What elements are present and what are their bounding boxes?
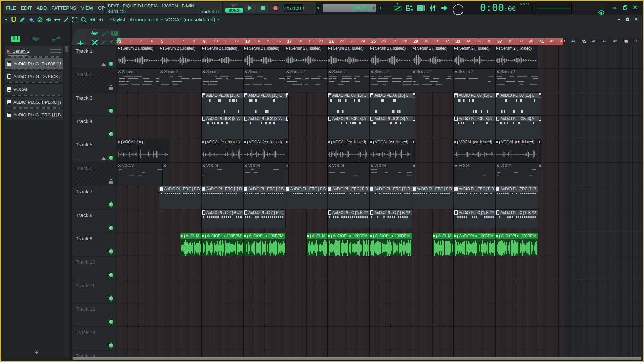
playlist-minimize-button[interactable] xyxy=(617,17,621,21)
track-options[interactable]: ... xyxy=(76,344,81,348)
clip-green-track9[interactable]: AuDi..M xyxy=(180,233,202,256)
tool-slip-icon[interactable] xyxy=(54,17,61,23)
clip-audio-track5[interactable] xyxy=(285,139,288,162)
tool-preview-icon[interactable] xyxy=(89,17,96,23)
menu-item-add[interactable]: ADD xyxy=(37,5,47,11)
track-header-13[interactable]: Track 13... xyxy=(72,327,116,350)
clip-pattern-track7[interactable]: AuDiO PL..ERC [1] B xyxy=(328,186,370,209)
track-options[interactable]: ... xyxy=(76,179,81,184)
clip-pattern-track7[interactable]: AuDiO PL..ERC [1] B xyxy=(370,186,412,209)
clip-muted-track2[interactable]: ×Serum 2 xyxy=(117,69,159,92)
clip-audio-track1[interactable]: Serum 2 (..lidated) xyxy=(496,46,538,68)
clip-pattern-track3[interactable]: AuDiO PL..08 [15] C xyxy=(202,93,244,115)
tool-magnet-icon[interactable] xyxy=(10,17,17,23)
clip-pattern-track3[interactable] xyxy=(412,93,415,115)
clip-green-track9[interactable]: AuDiOPLu..130BPM xyxy=(454,233,496,256)
track-led[interactable] xyxy=(109,156,113,160)
pattern-selector[interactable]: Serum 2 ▲▼ xyxy=(323,4,376,12)
track-collapse-icon[interactable] xyxy=(102,63,106,66)
clip-muted-track2[interactable]: ×Serum 2 xyxy=(370,69,412,92)
clip-pattern-track4[interactable]: AuDiO PL..ICK [3] A xyxy=(244,116,285,139)
timeline-ruler[interactable]: 1234567891011121314151617181920212223242… xyxy=(117,38,642,45)
cut-tool-icon[interactable] xyxy=(91,39,98,44)
clip-muted-track2[interactable]: ×Serum 2 xyxy=(159,69,201,92)
track-options[interactable]: ... xyxy=(76,273,81,278)
clip-audio-track5[interactable]: VOCAL (co..lidated) xyxy=(496,139,538,162)
track-options[interactable]: ... xyxy=(76,320,81,325)
clip-pattern-track8[interactable]: AuDiO PL..C [1] B #2 xyxy=(370,210,412,228)
clip-pattern-track4[interactable]: AuDiO PL..ICK [3] A xyxy=(496,116,538,139)
tool-draw-icon[interactable] xyxy=(19,17,26,23)
picker-item-2[interactable]: AuDiO PLuG..Ds 808 [15] C xyxy=(5,58,63,69)
track-header-3[interactable]: Track 3... xyxy=(72,93,116,115)
track-options[interactable]: ... xyxy=(76,85,81,90)
clip-green-track9[interactable]: AuDiOPLu..130BPM xyxy=(244,233,285,256)
clip-muted-track2[interactable]: ×Serum 2 xyxy=(285,69,327,92)
clip-audio-track1[interactable]: Serum 2 (..lidated) xyxy=(202,46,244,68)
track-header-7[interactable]: Track 7... xyxy=(72,186,116,209)
clip-audio-track5[interactable]: VOCAL (co..lidated) xyxy=(370,139,412,162)
track-header-9[interactable]: Track 9... xyxy=(72,233,116,256)
picker-automation-tab[interactable] xyxy=(51,36,61,42)
clip-muted-track2[interactable]: ×Serum 2 xyxy=(454,69,496,92)
menu-item-patterns[interactable]: PATTERNS xyxy=(51,5,76,11)
track-options[interactable]: ... xyxy=(76,203,81,207)
clip-pattern-track7[interactable]: AuDiO PL..ERC [1] B xyxy=(285,186,327,209)
clip-green-track9[interactable]: AuDiOPLu..130BPM xyxy=(202,233,244,256)
add-track-button[interactable] xyxy=(77,40,84,45)
clip-muted-track6[interactable]: ×VOCAL xyxy=(117,163,163,186)
menu-item-file[interactable]: FILE xyxy=(6,5,16,11)
clip-muted-track6[interactable]: × xyxy=(285,163,288,186)
clip-pattern-track3[interactable] xyxy=(285,93,288,115)
track-header-12[interactable]: Track 12... xyxy=(72,304,116,326)
track-header-5[interactable]: Track 5... xyxy=(72,139,116,162)
tool-delete-icon[interactable] xyxy=(36,17,44,23)
track-options[interactable]: ... xyxy=(76,297,81,301)
pat-song-switch[interactable]: PAT SONG xyxy=(225,4,243,13)
track-led[interactable] xyxy=(109,296,113,301)
track-lock-icon[interactable] xyxy=(109,87,113,90)
clip-audio-track5[interactable] xyxy=(139,139,169,162)
clip-green-track9[interactable]: AuDi..M xyxy=(307,233,328,256)
track-led[interactable] xyxy=(109,202,113,207)
clip-muted-track6[interactable]: ×VOCAL xyxy=(244,163,285,186)
clip-muted-track6[interactable]: × xyxy=(163,163,169,186)
clip-pattern-track3[interactable]: AuDiO PL..08 [15] C xyxy=(496,93,538,115)
clip-audio-track1[interactable]: Serum 2 (..lidated) xyxy=(244,46,285,68)
picker-item-6[interactable]: AuDiO PLuG..ERC [1] B #2 xyxy=(5,109,63,120)
tool-paint-icon[interactable] xyxy=(28,17,35,23)
tool-speaker-icon[interactable] xyxy=(97,17,105,23)
playlist-view-icon[interactable]: ▼ xyxy=(394,4,401,12)
picker-scrollbar[interactable] xyxy=(64,45,69,357)
tempo-spinner[interactable]: ▲▼ xyxy=(302,6,304,10)
track-led[interactable] xyxy=(109,320,113,324)
minimize-button[interactable] xyxy=(612,5,617,10)
clip-green-track9[interactable]: AuDiOPLu..130BPM xyxy=(496,233,538,256)
playlist-close-button[interactable] xyxy=(635,17,638,21)
track-led[interactable] xyxy=(109,132,113,136)
clip-audio-track1[interactable]: Serum 2 (..lidated) xyxy=(412,46,454,68)
track-led[interactable] xyxy=(109,343,113,348)
track-led[interactable] xyxy=(109,226,113,230)
slope-tool-icon[interactable] xyxy=(101,39,108,45)
clip-pattern-track7[interactable]: AuDiO PL..ERC [1] B xyxy=(159,186,201,209)
track-options[interactable]: ... xyxy=(76,156,81,161)
tool-dropdown-icon[interactable] xyxy=(3,17,9,23)
clip-pattern-track8[interactable]: AuDiO PL..C [1] B #2 xyxy=(328,210,370,228)
tool-arrow-icon[interactable] xyxy=(441,4,449,12)
track-header-4[interactable]: Track 4... xyxy=(72,116,116,139)
clip-green-track9[interactable]: AuDi..M xyxy=(433,233,454,256)
eye-icon[interactable] xyxy=(598,10,604,15)
track-header-1[interactable]: Track 1... xyxy=(72,46,116,68)
piano-roll-icon[interactable] xyxy=(406,4,413,12)
clip-muted-track6[interactable]: ×VOCAL xyxy=(202,163,244,186)
clip-muted-track6[interactable]: × xyxy=(412,163,415,186)
track-options[interactable]: ... xyxy=(76,109,81,114)
clip-muted-track6[interactable]: ×VOCAL xyxy=(496,163,538,186)
clip-pattern-track7[interactable]: AuDiO PL..ERC [1] B xyxy=(412,186,454,209)
track-options[interactable]: ... xyxy=(76,132,81,137)
track-led[interactable] xyxy=(109,273,113,277)
tool-slice-icon[interactable] xyxy=(62,17,70,23)
clip-muted-track6[interactable]: ×VOCAL xyxy=(370,163,412,186)
clip-muted-track6[interactable]: ×VOCAL xyxy=(328,163,370,186)
